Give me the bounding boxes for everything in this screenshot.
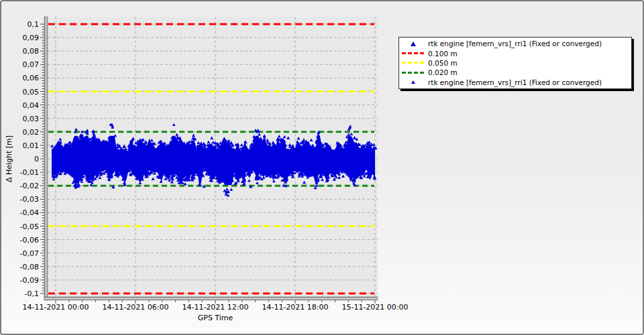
y-tick-label: -0,1 [25,289,39,298]
legend-marker-triangle [399,80,427,84]
y-tick-label: 0,07 [23,60,40,69]
legend-marker-triangle [399,42,427,46]
legend-entry-label: 0.050 m [428,59,458,67]
y-tick-label: -0,03 [20,195,39,204]
y-tick-label: 0,04 [23,101,40,110]
x-axis-title: GPS Time [198,314,233,322]
y-tick-label: -0,06 [20,236,39,245]
y-tick-label: 0,08 [23,47,40,56]
legend-marker-dash [399,52,427,54]
legend-entry: rtk engine [femern_vrs]_rri1 (Fixed or c… [399,39,631,48]
y-tick-label: 0,05 [23,88,40,96]
y-tick-label: -0,08 [20,263,39,271]
y-axis-bar [44,17,48,300]
x-tick-label: 15-11-2021 00:00 [341,303,408,312]
y-tick-label: -0,01 [20,168,39,177]
triangle-marker-icon [411,80,415,84]
triangle-marker-icon [411,42,416,46]
y-tick-label: -0,05 [20,222,39,231]
chart-window: 0,10,090,080,070,060,050,040,030,020,010… [0,0,644,335]
legend-entry-label: rtk engine [femern_vrs]_rri1 (Fixed or c… [428,78,602,86]
y-tick-label: -0,04 [20,208,39,217]
y-tick-label: 0,02 [23,128,40,137]
x-tick-label: 14-11-2021 00:00 [22,303,89,312]
x-tick-label: 14-11-2021 06:00 [102,303,168,312]
legend-marker-dash [399,62,427,64]
dash-marker-icon [402,52,425,54]
y-tick-label: -0,09 [20,276,39,285]
dash-marker-icon [402,72,425,74]
y-tick-label: 0,03 [23,115,40,123]
legend-entry: 0.050 m [399,58,631,68]
x-tick-label: 14-11-2021 12:00 [182,303,248,312]
legend-entry: 0.100 m [399,48,631,58]
x-tick-label: 14-11-2021 18:00 [262,303,328,312]
y-tick-label: 0 [34,155,39,163]
legend-entry-label: rtk engine [femern_vrs]_rri1 (Fixed or c… [428,40,602,48]
y-tick-label: 0,09 [23,34,40,42]
legend-marker-dash [399,72,427,74]
y-tick-label: 0,06 [23,74,40,82]
y-axis-title: Δ Height [m] [5,135,13,182]
legend-entry: 0.020 m [399,68,631,77]
y-tick-label: -0,07 [20,249,39,258]
x-axis-bar [44,297,378,300]
y-tick-label: 0,1 [28,20,40,29]
legend-entry-label: 0.020 m [428,68,458,76]
legend-entry-label: 0.100 m [428,50,458,58]
y-tick-label: 0,01 [23,141,40,150]
legend: rtk engine [femern_vrs]_rri1 (Fixed or c… [398,37,632,89]
y-tick-label: -0,02 [20,182,39,190]
legend-entry: rtk engine [femern_vrs]_rri1 (Fixed or c… [399,78,631,87]
dash-marker-icon [402,62,425,64]
